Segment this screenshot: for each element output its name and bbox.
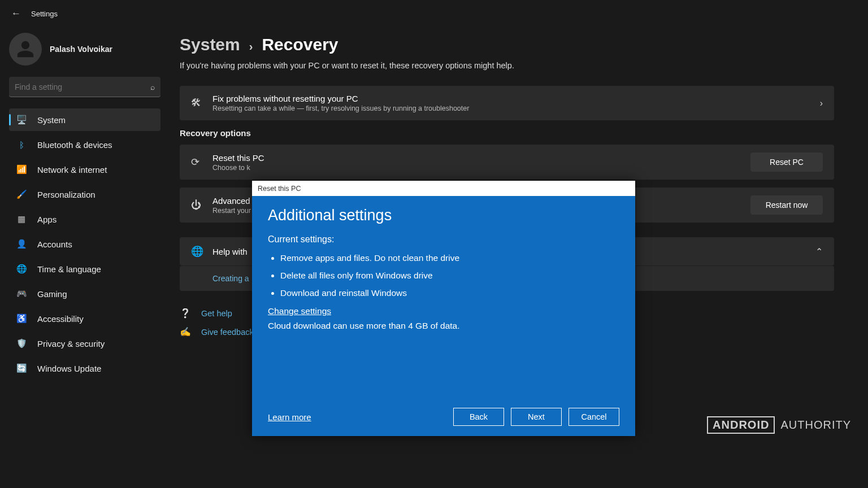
dialog-heading: Additional settings <box>268 207 619 224</box>
nav-icon: 📶 <box>16 164 27 175</box>
watermark-suffix: AUTHORITY <box>780 419 851 432</box>
nav-label: Apps <box>37 215 57 224</box>
breadcrumb: System › Recovery <box>180 35 834 54</box>
reset-pc-button[interactable]: Reset PC <box>750 152 823 172</box>
sidebar-item-bluetooth-devices[interactable]: ᛒBluetooth & devices <box>9 133 160 156</box>
troubleshoot-title: Fix problems without resetting your PC <box>212 94 820 103</box>
sidebar-item-personalization[interactable]: 🖌️Personalization <box>9 183 160 206</box>
page-subtitle: If you're having problems with your PC o… <box>180 61 834 70</box>
feedback-icon: ✍ <box>180 326 192 337</box>
reset-pc-card: ⟳ Reset this PC Choose to k Reset PC <box>180 145 834 180</box>
reset-title: Reset this PC <box>212 153 750 163</box>
reset-pc-dialog: Reset this PC Additional settings Curren… <box>252 181 635 436</box>
nav-icon: 🌐 <box>16 264 27 274</box>
cloud-download-note: Cloud download can use more than 4 GB of… <box>268 321 619 331</box>
nav-icon: 🖌️ <box>16 189 27 199</box>
chevron-right-icon: › <box>249 40 253 53</box>
dialog-body: Additional settings Current settings: Re… <box>252 197 635 436</box>
sidebar-item-time-language[interactable]: 🌐Time & language <box>9 258 160 280</box>
nav-label: Personalization <box>37 190 96 199</box>
sidebar-item-gaming[interactable]: 🎮Gaming <box>9 282 160 305</box>
globe-icon: 🌐 <box>191 245 212 258</box>
troubleshoot-card[interactable]: 🛠 Fix problems without resetting your PC… <box>180 86 834 120</box>
nav-label: Bluetooth & devices <box>37 140 112 150</box>
nav-label: Time & language <box>37 264 101 274</box>
nav: 🖥️SystemᛒBluetooth & devices📶Network & i… <box>9 108 160 380</box>
recovery-heading: Recovery options <box>180 128 834 138</box>
nav-icon: 🔄 <box>16 363 27 373</box>
person-icon <box>16 40 35 59</box>
nav-label: Accounts <box>37 239 72 249</box>
settings-bullet: Delete all files only from Windows drive <box>280 267 619 284</box>
app-title: Settings <box>31 10 58 18</box>
watermark: ANDROID AUTHORITY <box>707 416 851 434</box>
power-gear-icon: ⏻ <box>191 199 212 211</box>
cancel-button[interactable]: Cancel <box>568 408 619 426</box>
learn-more-link[interactable]: Learn more <box>268 412 311 422</box>
get-help-label: Get help <box>201 309 232 318</box>
sidebar-item-privacy-security[interactable]: 🛡️Privacy & security <box>9 332 160 355</box>
nav-icon: 🎮 <box>16 289 27 299</box>
change-settings-link[interactable]: Change settings <box>268 306 619 316</box>
wrench-icon: 🛠 <box>191 97 212 109</box>
profile[interactable]: Palash Volvoikar <box>9 33 160 66</box>
search-box[interactable]: ⌕ <box>9 77 160 97</box>
nav-icon: ᛒ <box>16 140 27 150</box>
restart-now-button[interactable]: Restart now <box>750 195 823 215</box>
sidebar-item-accessibility[interactable]: ♿Accessibility <box>9 307 160 330</box>
settings-bullet: Remove apps and files. Do not clean the … <box>280 249 619 267</box>
sidebar-item-apps[interactable]: ▦Apps <box>9 208 160 230</box>
sidebar-item-accounts[interactable]: 👤Accounts <box>9 233 160 255</box>
back-button[interactable]: Back <box>453 408 504 426</box>
settings-window: ← Settings Palash Volvoikar ⌕ 🖥️SystemᛒB… <box>0 0 868 488</box>
settings-bullet: Download and reinstall Windows <box>280 284 619 302</box>
next-button[interactable]: Next <box>511 408 562 426</box>
help-link[interactable]: Creating a <box>212 274 249 283</box>
chevron-right-icon: › <box>820 98 823 108</box>
nav-label: System <box>37 115 66 125</box>
dialog-title: Reset this PC <box>258 185 301 193</box>
avatar <box>9 33 42 66</box>
nav-label: Windows Update <box>37 364 101 373</box>
sidebar-item-windows-update[interactable]: 🔄Windows Update <box>9 357 160 380</box>
nav-icon: ♿ <box>16 313 27 324</box>
nav-icon: 🛡️ <box>16 338 27 348</box>
nav-icon: ▦ <box>16 214 27 224</box>
sidebar-item-network-internet[interactable]: 📶Network & internet <box>9 158 160 181</box>
nav-label: Network & internet <box>37 165 107 175</box>
give-feedback-label: Give feedback <box>201 328 254 337</box>
current-settings-label: Current settings: <box>268 234 619 245</box>
back-icon[interactable]: ← <box>11 8 21 19</box>
troubleshoot-subtitle: Resetting can take a while — first, try … <box>212 104 820 112</box>
titlebar: ← Settings <box>0 0 868 27</box>
nav-label: Accessibility <box>37 314 84 324</box>
search-icon[interactable]: ⌕ <box>150 82 155 91</box>
dialog-footer: Learn more Back Next Cancel <box>268 408 619 426</box>
profile-name: Palash Volvoikar <box>50 45 112 54</box>
breadcrumb-root[interactable]: System <box>180 35 240 54</box>
sidebar: Palash Volvoikar ⌕ 🖥️SystemᛒBluetooth & … <box>0 27 170 488</box>
help-icon: ❔ <box>180 308 192 319</box>
breadcrumb-current: Recovery <box>262 35 338 54</box>
nav-label: Gaming <box>37 289 67 299</box>
nav-icon: 👤 <box>16 239 27 249</box>
settings-list: Remove apps and files. Do not clean the … <box>268 249 619 302</box>
sidebar-item-system[interactable]: 🖥️System <box>9 108 160 131</box>
search-input[interactable] <box>15 82 150 91</box>
nav-icon: 🖥️ <box>16 115 27 125</box>
dialog-titlebar: Reset this PC <box>252 181 635 197</box>
watermark-brand: ANDROID <box>707 416 775 434</box>
chevron-up-icon: ⌃ <box>815 246 823 257</box>
nav-label: Privacy & security <box>37 339 105 348</box>
reset-icon: ⟳ <box>191 156 212 168</box>
reset-subtitle: Choose to k <box>212 164 750 172</box>
